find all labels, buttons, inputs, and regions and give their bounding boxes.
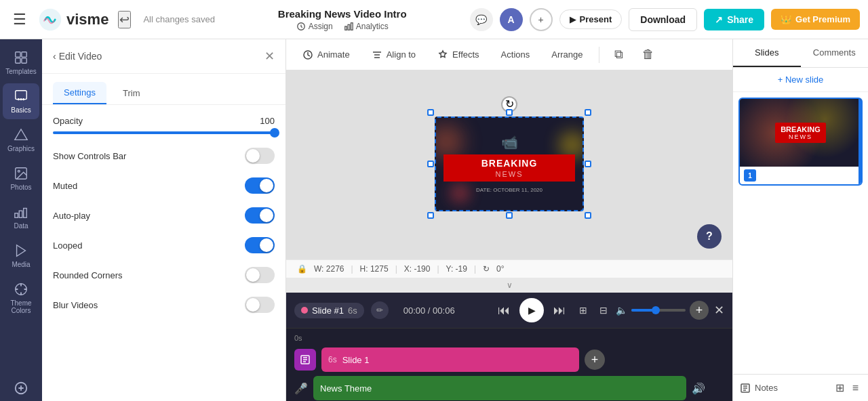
share-button[interactable]: ↗ Share xyxy=(704,9,764,30)
thumb-news-text: NEWS xyxy=(781,133,821,140)
sidebar-item-data[interactable]: Data xyxy=(3,199,39,235)
video-element[interactable]: 📹 BREAKING NEWS DATE: OCTOBER 11, 2020 xyxy=(435,117,584,211)
slide-track-block[interactable]: 6s Slide 1 xyxy=(321,347,579,372)
slide-thumbnail[interactable]: BREAKING NEWS 1 xyxy=(738,98,863,186)
sidebar-item-media[interactable]: Media xyxy=(3,238,39,274)
undo-button[interactable]: ↩ xyxy=(118,11,131,28)
timeline-close-button[interactable]: ✕ xyxy=(714,303,724,318)
animate-icon xyxy=(302,49,313,60)
audio-settings-button[interactable]: ⊟ xyxy=(595,302,612,318)
canvas-viewport[interactable]: ↻ 📹 BREAKING NEWS xyxy=(286,70,732,259)
blur-videos-label: Blur Videos xyxy=(53,300,98,310)
looped-toggle[interactable] xyxy=(245,237,275,253)
assign-button[interactable]: Assign xyxy=(296,22,333,31)
track-vol-button[interactable]: 🔊 xyxy=(692,382,705,395)
effects-button[interactable]: Effects xyxy=(432,47,485,63)
assign-icon xyxy=(296,22,306,31)
track-add-button[interactable]: + xyxy=(585,350,605,370)
view-buttons: ⊞ ≡ xyxy=(833,380,861,396)
track-mic-button[interactable]: 🎤 xyxy=(294,382,308,395)
tab-slides[interactable]: Slides xyxy=(733,39,801,67)
timeline-tracks: 0s 6s Slide 1 + 🎤 Ne xyxy=(286,329,732,401)
canvas-collapse[interactable]: ∨ xyxy=(286,278,732,293)
sidebar-item-graphics[interactable]: Graphics xyxy=(3,122,39,158)
muted-row: Muted xyxy=(53,177,275,194)
opacity-slider[interactable] xyxy=(53,131,275,134)
play-pause-button[interactable]: ▶ xyxy=(519,298,544,322)
slide-icon xyxy=(300,354,311,365)
add-collaborator-button[interactable]: + xyxy=(530,8,553,31)
skip-back-button[interactable]: ⏮ xyxy=(494,300,514,320)
svg-point-11 xyxy=(20,99,22,100)
svg-point-15 xyxy=(18,170,20,172)
rotation-value: 0° xyxy=(496,264,504,274)
handle-br[interactable] xyxy=(585,212,591,219)
y-value: Y: -19 xyxy=(446,264,467,274)
volume-slider[interactable] xyxy=(631,309,686,312)
handle-mr[interactable] xyxy=(585,161,591,167)
sidebar-item-templates[interactable]: Templates xyxy=(3,45,39,81)
notes-icon xyxy=(740,383,751,394)
menu-button[interactable]: ☰ xyxy=(8,8,31,31)
present-button[interactable]: ▶ Present xyxy=(559,9,623,29)
saved-status: All changes saved xyxy=(143,14,215,24)
handle-tr[interactable] xyxy=(585,109,591,116)
sidebar-item-photos[interactable]: Photos xyxy=(3,161,39,196)
grid-view-button[interactable]: ⊞ xyxy=(833,380,847,396)
svg-rect-18 xyxy=(24,209,27,218)
slide-track-icon[interactable] xyxy=(294,349,316,371)
basics-icon xyxy=(14,89,28,104)
skip-forward-button[interactable]: ⏭ xyxy=(549,300,570,320)
edit-slide-name-button[interactable]: ✏ xyxy=(371,301,389,319)
list-view-button[interactable]: ≡ xyxy=(850,380,861,396)
help-button[interactable]: ? xyxy=(697,224,722,249)
audio-track-block[interactable]: News Theme xyxy=(313,376,686,400)
arrange-button[interactable]: Arrange xyxy=(546,47,588,62)
screen-icon-button[interactable]: ⊞ xyxy=(575,302,591,318)
opacity-value: 100 xyxy=(260,116,275,126)
download-button[interactable]: Download xyxy=(629,8,697,31)
animate-button[interactable]: Animate xyxy=(297,47,355,63)
width-value: W: 2276 xyxy=(314,264,344,274)
tab-trim[interactable]: Trim xyxy=(112,82,151,104)
sidebar-item-theme-colors[interactable]: Theme Colors xyxy=(3,276,39,320)
tab-comments[interactable]: Comments xyxy=(801,39,869,67)
show-controls-toggle[interactable] xyxy=(245,148,275,164)
muted-toggle[interactable] xyxy=(245,177,275,194)
new-slide-button[interactable]: + New slide xyxy=(733,68,868,92)
volume-add-button[interactable]: + xyxy=(690,301,709,320)
timeline-controls: ⏮ ▶ ⏭ ⊞ ⊟ 🔈 + ✕ xyxy=(494,298,724,322)
svg-rect-4 xyxy=(351,22,353,30)
premium-button[interactable]: 👑 Get Premium xyxy=(771,9,860,30)
tab-settings[interactable]: Settings xyxy=(53,82,106,104)
handle-bl[interactable] xyxy=(427,212,434,219)
actions-button[interactable]: Actions xyxy=(496,47,536,62)
sidebar-item-add[interactable] xyxy=(3,375,39,401)
analytics-button[interactable]: Analytics xyxy=(344,22,389,31)
delete-button[interactable]: 🗑 xyxy=(638,45,658,64)
back-button[interactable]: ‹ Edit Video xyxy=(53,51,102,62)
handle-tl[interactable] xyxy=(427,109,434,116)
svg-marker-19 xyxy=(17,245,26,257)
sidebar-item-basics[interactable]: Basics xyxy=(3,83,39,119)
opacity-label: Opacity xyxy=(53,116,83,126)
avatar-button[interactable]: A xyxy=(500,8,523,31)
handle-bm[interactable] xyxy=(506,212,513,219)
video-date: DATE: OCTOBER 11, 2020 xyxy=(476,187,542,193)
topbar: ☰ visme ↩ All changes saved Breaking New… xyxy=(0,0,868,39)
rounded-corners-toggle[interactable] xyxy=(245,267,275,283)
main-layout: Templates Basics Graphics Photos Data Me… xyxy=(0,39,868,401)
notes-button[interactable]: Notes xyxy=(740,383,827,394)
icon-sidebar: Templates Basics Graphics Photos Data Me… xyxy=(0,39,42,401)
blur-videos-toggle[interactable] xyxy=(245,297,275,313)
handle-ml[interactable] xyxy=(427,161,434,167)
comment-button[interactable]: 💬 xyxy=(470,8,493,31)
canvas-toolbar: Animate Align to Effects Actions Arrange… xyxy=(286,39,732,70)
autoplay-toggle[interactable] xyxy=(245,207,275,224)
align-button[interactable]: Align to xyxy=(366,47,421,63)
close-panel-button[interactable]: ✕ xyxy=(264,49,275,64)
svg-marker-13 xyxy=(15,129,27,140)
theme-colors-label: Theme Colors xyxy=(5,299,37,314)
duplicate-button[interactable]: ⧉ xyxy=(610,45,627,64)
rotate-handle[interactable]: ↻ xyxy=(501,96,517,112)
